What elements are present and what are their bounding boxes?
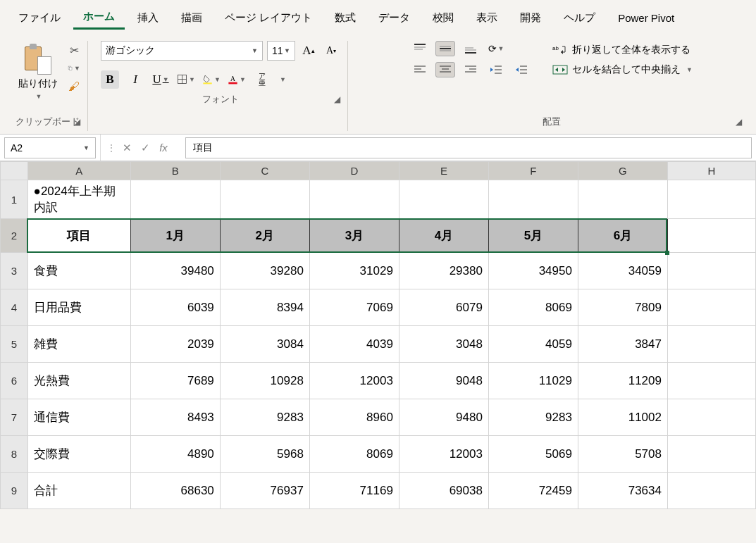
align-right-icon[interactable]: [461, 62, 481, 77]
cell-B4[interactable]: 6039: [130, 289, 220, 326]
cell-H8[interactable]: [667, 436, 755, 473]
menu-data[interactable]: データ: [368, 7, 420, 29]
increase-font-icon[interactable]: A▴: [299, 42, 318, 60]
decrease-font-icon[interactable]: A▾: [322, 42, 340, 60]
cell-G5[interactable]: 3847: [578, 326, 667, 363]
cell-E1[interactable]: [399, 180, 488, 219]
cell-H4[interactable]: [667, 289, 755, 326]
cell-A1[interactable]: ●2024年上半期内訳: [27, 180, 130, 219]
col-header-A[interactable]: A: [27, 162, 130, 180]
bold-button[interactable]: B: [101, 70, 119, 89]
cell-C3[interactable]: 39280: [220, 253, 309, 289]
col-header-E[interactable]: E: [399, 162, 488, 180]
col-header-D[interactable]: D: [309, 162, 399, 180]
copy-icon[interactable]: ▼: [68, 62, 80, 75]
cell-B3[interactable]: 39480: [130, 253, 220, 289]
cell-B5[interactable]: 2039: [130, 326, 220, 363]
row-header-9[interactable]: 9: [1, 473, 28, 509]
chevron-down-icon[interactable]: ▼: [83, 144, 89, 151]
font-launcher-icon[interactable]: ◢: [334, 94, 340, 104]
row-header-3[interactable]: 3: [1, 253, 28, 289]
menu-powerpivot[interactable]: Power Pivot: [608, 8, 684, 28]
row-header-2[interactable]: 2: [1, 219, 28, 253]
cell-E4[interactable]: 6079: [399, 289, 488, 326]
row-header-1[interactable]: 1: [1, 180, 28, 219]
cell-H9[interactable]: [667, 473, 755, 509]
cell-B9[interactable]: 68630: [130, 473, 220, 509]
col-header-H[interactable]: H: [667, 162, 755, 180]
cell-G9[interactable]: 73634: [578, 473, 667, 509]
name-box[interactable]: A2 ▼: [4, 137, 96, 158]
cell-A9[interactable]: 合計: [27, 473, 130, 509]
row-header-8[interactable]: 8: [1, 436, 28, 473]
cell-G4[interactable]: 7809: [578, 289, 667, 326]
chevron-down-icon[interactable]: ▼: [35, 93, 42, 100]
cell-C1[interactable]: [220, 180, 309, 219]
menu-home[interactable]: ホーム: [73, 6, 125, 30]
formula-input[interactable]: 項目: [185, 137, 752, 158]
row-header-7[interactable]: 7: [1, 399, 28, 436]
cell-H6[interactable]: [667, 363, 755, 399]
col-header-B[interactable]: B: [130, 162, 220, 180]
cell-A7[interactable]: 通信費: [27, 399, 130, 436]
cell-A8[interactable]: 交際費: [27, 436, 130, 473]
fx-icon[interactable]: fx: [156, 142, 171, 154]
cell-D9[interactable]: 71169: [309, 473, 399, 509]
wrap-text-button[interactable]: ab 折り返して全体を表示する: [552, 44, 693, 56]
increase-indent-icon[interactable]: [512, 62, 531, 77]
cell-H7[interactable]: [667, 399, 755, 436]
cell-G7[interactable]: 11002: [578, 399, 667, 436]
chevron-down-icon[interactable]: ▼: [685, 66, 693, 73]
fill-color-button[interactable]: ▼: [202, 70, 221, 89]
menu-review[interactable]: 校閲: [423, 7, 464, 29]
cell-E3[interactable]: 29380: [399, 253, 488, 289]
row-header-5[interactable]: 5: [1, 326, 28, 363]
cell-C2[interactable]: 2月: [220, 219, 309, 253]
cell-B6[interactable]: 7689: [130, 363, 220, 399]
cell-D4[interactable]: 7069: [309, 289, 399, 326]
cell-G3[interactable]: 34059: [578, 253, 667, 289]
cell-A6[interactable]: 光熱費: [27, 363, 130, 399]
cell-D3[interactable]: 31029: [309, 253, 399, 289]
menu-insert[interactable]: 挿入: [128, 7, 168, 29]
spreadsheet-grid[interactable]: ABCDEFGH1●2024年上半期内訳2項目1月2月3月4月5月6月3食費39…: [0, 161, 756, 509]
menu-help[interactable]: ヘルプ: [554, 7, 605, 29]
phonetic-button[interactable]: ア 亜: [253, 70, 271, 89]
font-name-combo[interactable]: 游ゴシック ▼: [101, 41, 263, 61]
cell-G6[interactable]: 11209: [578, 363, 667, 399]
cell-C8[interactable]: 5968: [220, 436, 309, 473]
decrease-indent-icon[interactable]: [486, 62, 506, 77]
cut-icon[interactable]: ✂: [68, 44, 80, 56]
cell-C6[interactable]: 10928: [220, 363, 309, 399]
cell-D1[interactable]: [309, 180, 399, 219]
cell-G1[interactable]: [578, 180, 667, 219]
menu-formula[interactable]: 数式: [325, 7, 366, 29]
border-button[interactable]: ▼: [177, 70, 195, 89]
merge-center-button[interactable]: セルを結合して中央揃え ▼: [552, 63, 693, 76]
cell-F1[interactable]: [488, 180, 578, 219]
cell-B7[interactable]: 8493: [130, 399, 220, 436]
cell-G8[interactable]: 5708: [578, 436, 667, 473]
cell-F3[interactable]: 34950: [488, 253, 578, 289]
italic-button[interactable]: I: [126, 70, 144, 89]
align-left-icon[interactable]: [410, 62, 430, 77]
cell-H2[interactable]: [667, 219, 755, 253]
cell-A2[interactable]: 項目: [27, 219, 130, 253]
cell-A3[interactable]: 食費: [27, 253, 130, 289]
cell-H1[interactable]: [667, 180, 755, 219]
cell-E5[interactable]: 3048: [399, 326, 488, 363]
align-middle-icon[interactable]: [435, 41, 455, 56]
align-top-icon[interactable]: [410, 41, 430, 56]
menu-page-layout[interactable]: ページ レイアウト: [215, 7, 322, 29]
clipboard-launcher-icon[interactable]: ◢: [74, 117, 80, 127]
cell-D6[interactable]: 12003: [309, 363, 399, 399]
font-size-combo[interactable]: 11 ▼: [267, 41, 295, 61]
col-header-G[interactable]: G: [578, 162, 667, 180]
cell-H5[interactable]: [667, 326, 755, 363]
align-bottom-icon[interactable]: [461, 41, 481, 56]
cell-F4[interactable]: 8069: [488, 289, 578, 326]
format-painter-icon[interactable]: 🖌: [68, 80, 80, 93]
menu-developer[interactable]: 開発: [510, 7, 551, 29]
cell-F9[interactable]: 72459: [488, 473, 578, 509]
cell-G2[interactable]: 6月: [578, 219, 667, 253]
